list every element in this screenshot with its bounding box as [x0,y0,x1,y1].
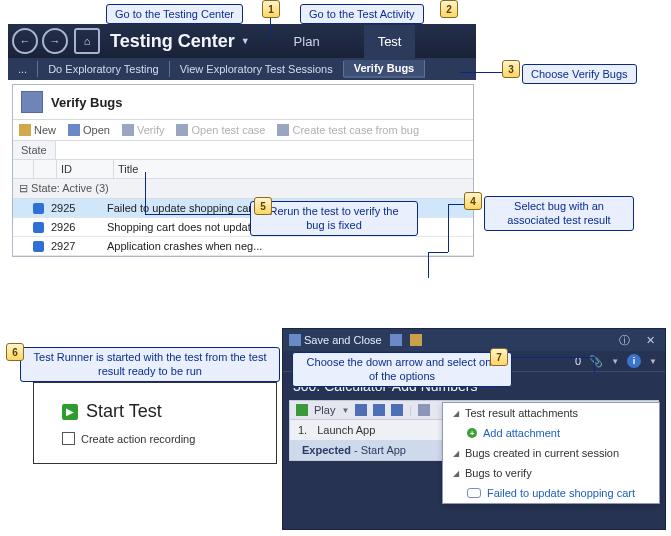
attachment-dropdown[interactable]: ▼ [611,357,619,366]
marker-7: 7 [490,348,508,366]
pause-icon[interactable] [355,404,367,416]
expand-icon[interactable]: ◢ [453,469,459,478]
tab-plan[interactable]: Plan [280,25,334,58]
create-recording-label: Create action recording [81,433,195,445]
home-button[interactable]: ⌂ [74,28,100,54]
subnav-verify-bugs[interactable]: Verify Bugs [344,60,426,78]
tab-test[interactable]: Test [364,25,416,58]
callout-5: Rerun the test to verify the bug is fixe… [250,201,418,236]
callout-7: Choose the down arrow and select one of … [292,352,512,387]
verify-bugs-icon [21,91,43,113]
step-text: Launch App [317,424,375,436]
open-button[interactable]: Open [68,124,110,136]
panel-title: Verify Bugs [51,95,123,110]
marker-5: 5 [254,197,272,215]
reset-icon[interactable] [373,404,385,416]
start-test-icon: ▶ [62,404,78,420]
col-title[interactable]: Title [114,160,473,178]
marker-4: 4 [464,192,482,210]
callout-2: Go to the Test Activity [300,4,424,24]
app-title: Testing Center [110,31,235,52]
start-test-button[interactable]: Start Test [86,401,162,422]
flyout-heading: Test result attachments [465,407,578,419]
marker-2: 2 [440,0,458,18]
step-number: 1. [298,424,307,436]
open-test-icon [176,124,188,136]
save-icon [289,334,301,346]
add-attachment-link[interactable]: +Add attachment [443,423,659,443]
info-button[interactable]: i [627,354,641,368]
verify-button[interactable]: Verify [122,124,165,136]
close-button[interactable]: ✕ [642,334,659,347]
play-icon [296,404,308,416]
subnav-exploratory[interactable]: Do Exploratory Testing [38,61,169,77]
expand-icon[interactable]: ◢ [453,409,459,418]
callout-6: Test Runner is started with the test fro… [20,347,280,382]
expand-icon[interactable]: ◢ [453,449,459,458]
open-test-case-button[interactable]: Open test case [176,124,265,136]
col-id[interactable]: ID [57,160,114,178]
bug-link[interactable]: Failed to update shopping cart [443,483,659,503]
bug-icon [33,222,44,233]
table-row[interactable]: 2927Application crashes when neg... [13,237,473,256]
app-header: ← → ⌂ Testing Center ▼ Plan Test [8,24,476,58]
new-icon [19,124,31,136]
info-dropdown[interactable]: ▼ [649,357,657,366]
bug-icon [33,241,44,252]
tool-icon[interactable] [418,404,430,416]
link-icon [467,488,481,498]
panel-toolbar: New Open Verify Open test case Create te… [13,120,473,141]
flyout-heading: Bugs to verify [465,467,532,479]
folder-icon[interactable] [410,334,422,346]
state-filter[interactable]: State [13,141,56,159]
grid-header: ID Title [13,160,473,179]
flyout-heading: Bugs created in current session [465,447,619,459]
bug-icon [33,203,44,214]
start-test-panel: ▶ Start Test Create action recording [33,382,277,464]
play-button[interactable]: Play [314,404,335,416]
marker-6: 6 [6,343,24,361]
app-title-dropdown[interactable]: ▼ [241,36,250,46]
play-dropdown[interactable]: ▼ [341,406,349,415]
attachment-flyout: ◢Test result attachments +Add attachment… [442,402,660,504]
back-button[interactable]: ← [12,28,38,54]
sub-navigation: ... Do Exploratory Testing View Explorat… [8,58,476,80]
step-icon[interactable] [391,404,403,416]
group-active[interactable]: ⊟ State: Active (3) [13,179,473,199]
subnav-sessions[interactable]: View Exploratory Test Sessions [170,61,344,77]
create-test-icon [277,124,289,136]
add-icon: + [467,428,477,438]
callout-4: Select bug with an associated test resul… [484,196,634,231]
marker-1: 1 [262,0,280,18]
callout-3: Choose Verify Bugs [522,64,637,84]
save-icon-2[interactable] [390,334,402,346]
help-button[interactable]: ⓘ [615,333,634,348]
create-test-case-button[interactable]: Create test case from bug [277,124,419,136]
callout-1: Go to the Testing Center [106,4,243,24]
forward-button[interactable]: → [42,28,68,54]
verify-icon [122,124,134,136]
create-recording-checkbox[interactable] [62,432,75,445]
subnav-overflow[interactable]: ... [8,61,38,77]
marker-3: 3 [502,60,520,78]
save-close-button[interactable]: Save and Close [289,334,382,346]
open-icon [68,124,80,136]
new-button[interactable]: New [19,124,56,136]
